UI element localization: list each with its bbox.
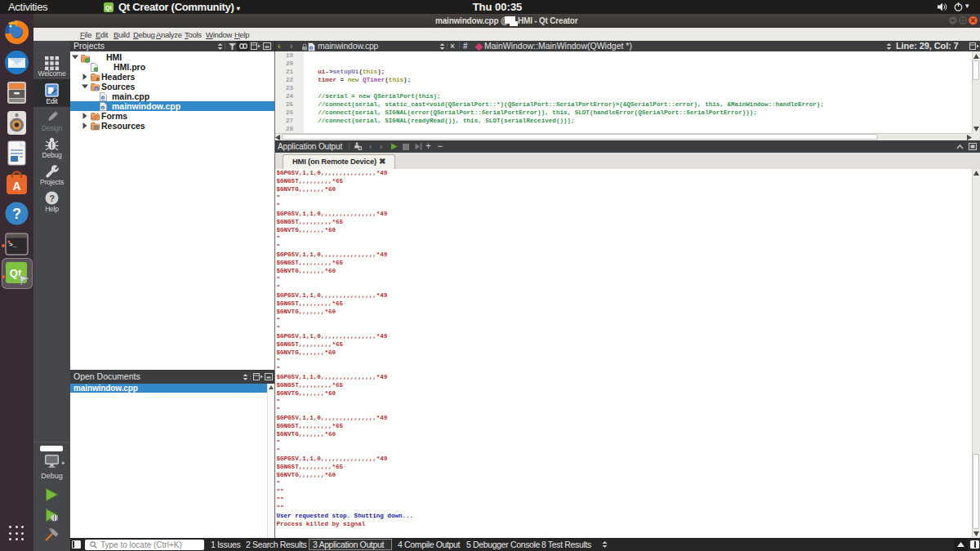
- svg-text:Qt: Qt: [105, 5, 112, 11]
- svg-text:A: A: [12, 180, 20, 193]
- svg-text:h: h: [96, 76, 100, 81]
- svg-text:?: ?: [12, 206, 21, 222]
- svg-text:?: ?: [49, 193, 55, 203]
